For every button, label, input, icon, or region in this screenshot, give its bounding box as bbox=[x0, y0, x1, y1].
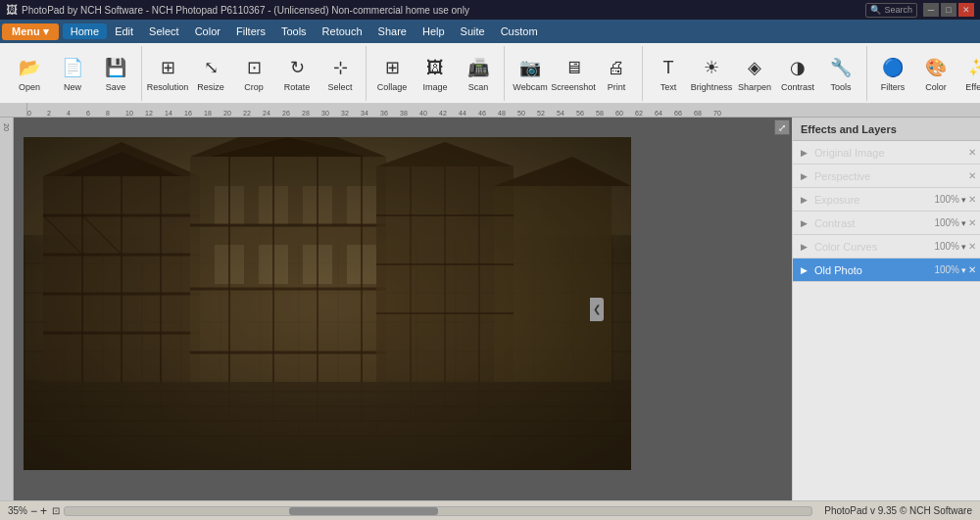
webcam-label: Webcam bbox=[513, 82, 547, 92]
menu-item-share[interactable]: Share bbox=[370, 24, 415, 39]
tool-item-print[interactable]: 🖨Print bbox=[595, 48, 638, 99]
tool-group-3: 📷Webcam🖥Screenshot🖨Print bbox=[505, 46, 643, 101]
tool-item-tools[interactable]: 🔧Tools bbox=[819, 48, 862, 99]
tool-item-resolution[interactable]: ⊞Resolution bbox=[146, 48, 189, 99]
layer-item-exposure[interactable]: ▶Exposure100%▾✕ bbox=[793, 188, 980, 212]
tool-item-screenshot[interactable]: 🖥Screenshot bbox=[552, 48, 595, 99]
layer-dropdown-old_photo[interactable]: ▾ bbox=[961, 265, 966, 275]
zoom-minus-button[interactable]: − bbox=[30, 504, 37, 518]
contrast-label: Contrast bbox=[781, 82, 814, 92]
text-icon: T bbox=[655, 54, 682, 81]
open-icon: 📂 bbox=[16, 54, 43, 81]
close-button[interactable]: ✕ bbox=[958, 3, 974, 17]
ruler-tick-34: 34 bbox=[361, 110, 368, 117]
layer-item-original[interactable]: ▶Original Image✕ bbox=[793, 141, 980, 165]
right-panel: Effects and Layers ▶Original Image✕▶Pers… bbox=[792, 118, 980, 500]
expand-button[interactable]: ⤢ bbox=[774, 119, 790, 135]
tool-group-2: ⊞Collage🖼Image📠Scan bbox=[367, 46, 505, 101]
tool-item-crop[interactable]: ⊡Crop bbox=[232, 48, 275, 99]
save-icon: 💾 bbox=[102, 54, 129, 81]
tool-item-save[interactable]: 💾Save bbox=[94, 48, 137, 99]
panel-collapse-button[interactable]: ❮ bbox=[590, 298, 604, 321]
tool-item-scan[interactable]: 📠Scan bbox=[457, 48, 500, 99]
tool-item-collage[interactable]: ⊞Collage bbox=[370, 48, 414, 99]
tool-item-webcam[interactable]: 📷Webcam bbox=[509, 48, 552, 99]
tool-item-text[interactable]: TText bbox=[647, 48, 690, 99]
tool-item-new[interactable]: 📄New bbox=[51, 48, 94, 99]
layer-dropdown-exposure[interactable]: ▾ bbox=[961, 195, 966, 205]
horizontal-scrollbar[interactable] bbox=[64, 506, 812, 516]
ruler-tick-46: 46 bbox=[478, 110, 486, 117]
menu-item-select[interactable]: Select bbox=[141, 24, 187, 39]
menu-item-custom[interactable]: Custom bbox=[493, 24, 546, 39]
window-controls: ─ □ ✕ bbox=[923, 3, 974, 17]
crop-label: Crop bbox=[244, 82, 264, 92]
layer-name-perspective: Perspective bbox=[810, 170, 966, 182]
tool-item-open[interactable]: 📂Open bbox=[8, 48, 51, 99]
color-icon: 🎨 bbox=[922, 54, 950, 81]
effects-label: Effects bbox=[965, 82, 980, 92]
panel-header-title: Effects and Layers bbox=[801, 123, 897, 135]
menu-item-retouch[interactable]: Retouch bbox=[315, 24, 370, 39]
tool-item-contrast[interactable]: ◑Contrast bbox=[776, 48, 819, 99]
ruler-tick-52: 52 bbox=[537, 110, 545, 117]
layer-dropdown-contrast[interactable]: ▾ bbox=[961, 218, 966, 228]
ruler-tick-28: 28 bbox=[302, 110, 310, 117]
canvas-area[interactable]: ⤢ bbox=[14, 118, 792, 500]
tool-item-effects[interactable]: ✨Effects bbox=[957, 48, 980, 99]
layer-dropdown-color_curves[interactable]: ▾ bbox=[961, 242, 966, 252]
layer-name-contrast: Contrast bbox=[810, 217, 934, 229]
open-label: Open bbox=[19, 82, 40, 92]
menu-item-edit[interactable]: Edit bbox=[107, 24, 141, 39]
menu-item-color[interactable]: Color bbox=[187, 24, 228, 39]
menu-item-help[interactable]: Help bbox=[415, 24, 453, 39]
maximize-button[interactable]: □ bbox=[941, 3, 956, 17]
collage-label: Collage bbox=[377, 82, 408, 92]
image-icon: 🖼 bbox=[421, 54, 449, 81]
tool-item-filters[interactable]: 🔵Filters bbox=[871, 48, 914, 99]
ruler-tick-64: 64 bbox=[655, 110, 662, 117]
tool-item-resize[interactable]: ⤡Resize bbox=[189, 48, 232, 99]
menu-item-filters[interactable]: Filters bbox=[228, 24, 273, 39]
contrast-icon: ◑ bbox=[784, 54, 811, 81]
menubar: Menu ▾ HomeEditSelectColorFiltersToolsRe… bbox=[0, 20, 980, 43]
new-icon: 📄 bbox=[59, 54, 86, 81]
layer-item-perspective[interactable]: ▶Perspective✕ bbox=[793, 165, 980, 188]
layer-delete-color_curves[interactable]: ✕ bbox=[968, 241, 976, 252]
layer-delete-old_photo[interactable]: ✕ bbox=[968, 264, 976, 275]
layer-delete-perspective[interactable]: ✕ bbox=[968, 170, 976, 181]
layer-arrow-original: ▶ bbox=[797, 146, 810, 160]
menu-item-suite[interactable]: Suite bbox=[453, 24, 493, 39]
menu-items: HomeEditSelectColorFiltersToolsRetouchSh… bbox=[63, 24, 546, 39]
zoom-plus-button[interactable]: + bbox=[40, 504, 47, 518]
filters-icon: 🔵 bbox=[879, 54, 906, 81]
layer-delete-contrast[interactable]: ✕ bbox=[968, 217, 976, 228]
fit-to-window-button[interactable]: ⊡ bbox=[52, 505, 60, 516]
ruler-tick-24: 24 bbox=[263, 110, 270, 117]
scrollbar-thumb[interactable] bbox=[289, 507, 438, 515]
tool-item-rotate[interactable]: ↻Rotate bbox=[275, 48, 318, 99]
menu-item-home[interactable]: Home bbox=[63, 24, 107, 39]
layer-delete-original[interactable]: ✕ bbox=[968, 147, 976, 158]
search-label: Search bbox=[884, 5, 912, 15]
resize-label: Resize bbox=[197, 82, 224, 92]
layer-item-old_photo[interactable]: ▶Old Photo100%▾✕ bbox=[793, 259, 980, 282]
layer-item-color_curves[interactable]: ▶Color Curves100%▾✕ bbox=[793, 235, 980, 259]
minimize-button[interactable]: ─ bbox=[923, 3, 939, 17]
tool-item-select[interactable]: ⊹Select bbox=[318, 48, 362, 99]
ruler-top: 0246810121416182022242628303234363840424… bbox=[0, 104, 980, 118]
tool-item-brightness[interactable]: ☀Brightness bbox=[690, 48, 733, 99]
tool-item-color[interactable]: 🎨Color bbox=[914, 48, 957, 99]
layer-item-contrast[interactable]: ▶Contrast100%▾✕ bbox=[793, 212, 980, 235]
menu-main-button[interactable]: Menu ▾ bbox=[2, 24, 59, 40]
text-label: Text bbox=[661, 82, 677, 92]
tool-item-sharpen[interactable]: ◈Sharpen bbox=[733, 48, 776, 99]
layer-arrow-old_photo: ▶ bbox=[797, 263, 810, 277]
titlebar: 🖼 PhotoPad by NCH Software - NCH Photopa… bbox=[0, 0, 980, 20]
menu-item-tools[interactable]: Tools bbox=[273, 24, 315, 39]
layer-name-original: Original Image bbox=[810, 147, 966, 159]
layer-delete-exposure[interactable]: ✕ bbox=[968, 194, 976, 205]
zoom-value: 35% bbox=[8, 505, 27, 516]
tool-item-image[interactable]: 🖼Image bbox=[414, 48, 457, 99]
svg-rect-47 bbox=[24, 137, 631, 470]
